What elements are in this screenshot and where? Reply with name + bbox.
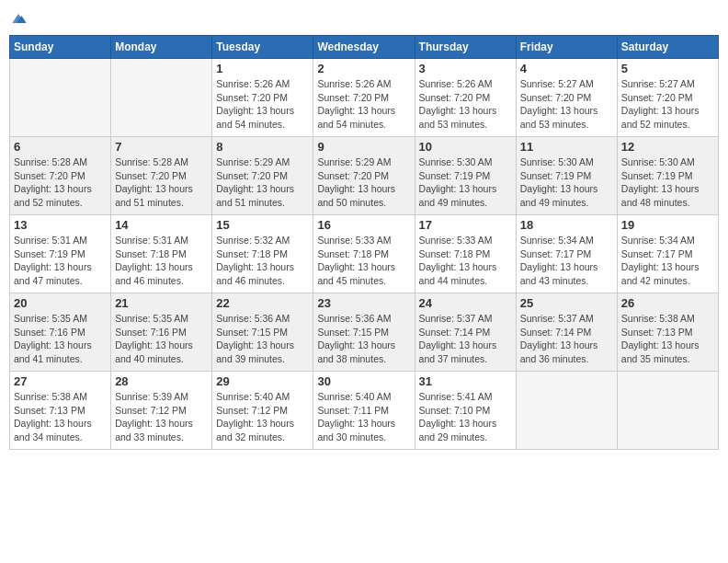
calendar-cell: 12Sunrise: 5:30 AM Sunset: 7:19 PM Dayli… <box>617 137 718 215</box>
calendar-cell: 7Sunrise: 5:28 AM Sunset: 7:20 PM Daylig… <box>111 137 212 215</box>
calendar-cell: 10Sunrise: 5:30 AM Sunset: 7:19 PM Dayli… <box>415 137 516 215</box>
day-number: 17 <box>419 218 512 232</box>
day-info: Sunrise: 5:27 AM Sunset: 7:20 PM Dayligh… <box>520 77 613 132</box>
day-info: Sunrise: 5:37 AM Sunset: 7:14 PM Dayligh… <box>520 312 613 366</box>
calendar-cell <box>10 59 111 137</box>
day-info: Sunrise: 5:31 AM Sunset: 7:18 PM Dayligh… <box>115 234 208 288</box>
calendar-header-thursday: Thursday <box>415 36 516 59</box>
calendar-cell: 11Sunrise: 5:30 AM Sunset: 7:19 PM Dayli… <box>516 137 617 215</box>
calendar-cell: 8Sunrise: 5:29 AM Sunset: 7:20 PM Daylig… <box>212 137 313 215</box>
calendar-cell: 28Sunrise: 5:39 AM Sunset: 7:12 PM Dayli… <box>111 372 212 450</box>
day-info: Sunrise: 5:33 AM Sunset: 7:18 PM Dayligh… <box>317 234 410 288</box>
calendar-cell: 25Sunrise: 5:37 AM Sunset: 7:14 PM Dayli… <box>516 293 617 372</box>
logo <box>9 9 29 28</box>
day-info: Sunrise: 5:30 AM Sunset: 7:19 PM Dayligh… <box>621 155 714 210</box>
calendar-cell: 22Sunrise: 5:36 AM Sunset: 7:15 PM Dayli… <box>212 293 313 372</box>
day-number: 10 <box>419 140 512 154</box>
day-number: 22 <box>216 296 309 310</box>
calendar-header-friday: Friday <box>516 36 617 59</box>
day-number: 9 <box>317 140 410 154</box>
day-number: 12 <box>621 140 714 154</box>
calendar-header-row: SundayMondayTuesdayWednesdayThursdayFrid… <box>10 36 719 59</box>
calendar-header-sunday: Sunday <box>10 36 111 59</box>
day-info: Sunrise: 5:34 AM Sunset: 7:17 PM Dayligh… <box>520 234 613 288</box>
calendar-cell: 30Sunrise: 5:40 AM Sunset: 7:11 PM Dayli… <box>313 372 415 450</box>
day-info: Sunrise: 5:28 AM Sunset: 7:20 PM Dayligh… <box>115 155 208 210</box>
day-info: Sunrise: 5:31 AM Sunset: 7:19 PM Dayligh… <box>14 234 107 288</box>
day-number: 6 <box>14 140 107 154</box>
day-number: 4 <box>520 62 613 75</box>
day-info: Sunrise: 5:38 AM Sunset: 7:13 PM Dayligh… <box>14 390 107 444</box>
page-header <box>9 9 719 28</box>
calendar-cell: 29Sunrise: 5:40 AM Sunset: 7:12 PM Dayli… <box>212 372 313 450</box>
day-number: 15 <box>216 218 309 232</box>
calendar-cell: 27Sunrise: 5:38 AM Sunset: 7:13 PM Dayli… <box>10 372 111 450</box>
day-number: 20 <box>14 296 107 310</box>
day-number: 26 <box>621 296 714 310</box>
calendar-cell: 13Sunrise: 5:31 AM Sunset: 7:19 PM Dayli… <box>10 215 111 293</box>
day-info: Sunrise: 5:37 AM Sunset: 7:14 PM Dayligh… <box>419 312 512 366</box>
calendar-cell: 3Sunrise: 5:26 AM Sunset: 7:20 PM Daylig… <box>415 59 516 137</box>
day-number: 13 <box>14 218 107 232</box>
calendar-cell: 31Sunrise: 5:41 AM Sunset: 7:10 PM Dayli… <box>415 372 516 450</box>
calendar-cell: 21Sunrise: 5:35 AM Sunset: 7:16 PM Dayli… <box>111 293 212 372</box>
day-info: Sunrise: 5:32 AM Sunset: 7:18 PM Dayligh… <box>216 234 309 288</box>
day-number: 24 <box>419 296 512 310</box>
day-info: Sunrise: 5:36 AM Sunset: 7:15 PM Dayligh… <box>317 312 410 366</box>
calendar-cell: 15Sunrise: 5:32 AM Sunset: 7:18 PM Dayli… <box>212 215 313 293</box>
calendar-cell: 6Sunrise: 5:28 AM Sunset: 7:20 PM Daylig… <box>10 137 111 215</box>
day-number: 31 <box>419 374 512 388</box>
day-number: 18 <box>520 218 613 232</box>
day-info: Sunrise: 5:35 AM Sunset: 7:16 PM Dayligh… <box>14 312 107 366</box>
day-number: 25 <box>520 296 613 310</box>
day-info: Sunrise: 5:35 AM Sunset: 7:16 PM Dayligh… <box>115 312 208 366</box>
day-number: 5 <box>621 62 714 75</box>
calendar-cell: 23Sunrise: 5:36 AM Sunset: 7:15 PM Dayli… <box>313 293 415 372</box>
day-number: 19 <box>621 218 714 232</box>
day-info: Sunrise: 5:36 AM Sunset: 7:15 PM Dayligh… <box>216 312 309 366</box>
calendar-week-row: 20Sunrise: 5:35 AM Sunset: 7:16 PM Dayli… <box>10 293 719 372</box>
calendar-cell: 14Sunrise: 5:31 AM Sunset: 7:18 PM Dayli… <box>111 215 212 293</box>
calendar-cell: 18Sunrise: 5:34 AM Sunset: 7:17 PM Dayli… <box>516 215 617 293</box>
calendar-cell: 9Sunrise: 5:29 AM Sunset: 7:20 PM Daylig… <box>313 137 415 215</box>
day-info: Sunrise: 5:30 AM Sunset: 7:19 PM Dayligh… <box>520 155 613 210</box>
day-number: 16 <box>317 218 410 232</box>
calendar-cell: 24Sunrise: 5:37 AM Sunset: 7:14 PM Dayli… <box>415 293 516 372</box>
calendar-cell: 4Sunrise: 5:27 AM Sunset: 7:20 PM Daylig… <box>516 59 617 137</box>
calendar-cell: 20Sunrise: 5:35 AM Sunset: 7:16 PM Dayli… <box>10 293 111 372</box>
day-number: 8 <box>216 140 309 154</box>
calendar-week-row: 27Sunrise: 5:38 AM Sunset: 7:13 PM Dayli… <box>10 372 719 450</box>
day-info: Sunrise: 5:29 AM Sunset: 7:20 PM Dayligh… <box>317 155 410 210</box>
calendar-header-tuesday: Tuesday <box>212 36 313 59</box>
day-info: Sunrise: 5:33 AM Sunset: 7:18 PM Dayligh… <box>419 234 512 288</box>
day-info: Sunrise: 5:41 AM Sunset: 7:10 PM Dayligh… <box>419 390 512 444</box>
logo-icon <box>9 9 28 28</box>
day-number: 27 <box>14 374 107 388</box>
calendar-cell: 5Sunrise: 5:27 AM Sunset: 7:20 PM Daylig… <box>617 59 718 137</box>
calendar-header-wednesday: Wednesday <box>313 36 415 59</box>
calendar-cell: 1Sunrise: 5:26 AM Sunset: 7:20 PM Daylig… <box>212 59 313 137</box>
day-info: Sunrise: 5:30 AM Sunset: 7:19 PM Dayligh… <box>419 155 512 210</box>
day-number: 14 <box>115 218 208 232</box>
day-info: Sunrise: 5:26 AM Sunset: 7:20 PM Dayligh… <box>216 77 309 132</box>
day-number: 23 <box>317 296 410 310</box>
day-info: Sunrise: 5:27 AM Sunset: 7:20 PM Dayligh… <box>621 77 714 132</box>
day-info: Sunrise: 5:34 AM Sunset: 7:17 PM Dayligh… <box>621 234 714 288</box>
calendar-cell <box>111 59 212 137</box>
calendar-header-monday: Monday <box>111 36 212 59</box>
day-info: Sunrise: 5:26 AM Sunset: 7:20 PM Dayligh… <box>317 77 410 132</box>
day-number: 21 <box>115 296 208 310</box>
day-info: Sunrise: 5:26 AM Sunset: 7:20 PM Dayligh… <box>419 77 512 132</box>
calendar-cell: 26Sunrise: 5:38 AM Sunset: 7:13 PM Dayli… <box>617 293 718 372</box>
calendar-cell: 16Sunrise: 5:33 AM Sunset: 7:18 PM Dayli… <box>313 215 415 293</box>
day-number: 11 <box>520 140 613 154</box>
calendar-cell <box>516 372 617 450</box>
calendar-table: SundayMondayTuesdayWednesdayThursdayFrid… <box>9 35 719 450</box>
day-info: Sunrise: 5:39 AM Sunset: 7:12 PM Dayligh… <box>115 390 208 444</box>
calendar-cell: 2Sunrise: 5:26 AM Sunset: 7:20 PM Daylig… <box>313 59 415 137</box>
calendar-cell: 19Sunrise: 5:34 AM Sunset: 7:17 PM Dayli… <box>617 215 718 293</box>
day-number: 29 <box>216 374 309 388</box>
day-info: Sunrise: 5:40 AM Sunset: 7:12 PM Dayligh… <box>216 390 309 444</box>
calendar-cell <box>617 372 718 450</box>
calendar-cell: 17Sunrise: 5:33 AM Sunset: 7:18 PM Dayli… <box>415 215 516 293</box>
